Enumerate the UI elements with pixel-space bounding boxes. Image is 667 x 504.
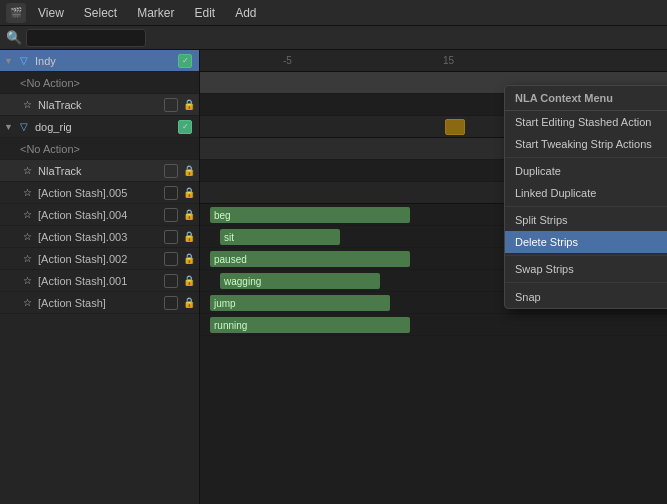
strip-paused[interactable]: paused bbox=[210, 251, 410, 267]
track-indy-nla-checkbox[interactable] bbox=[164, 98, 178, 112]
nla-editor-icon: 🎬 bbox=[6, 3, 26, 23]
context-split-strips-label: Split Strips bbox=[515, 214, 568, 226]
marker-menu[interactable]: Marker bbox=[129, 4, 182, 22]
context-start-tweaking-label: Start Tweaking Strip Actions bbox=[515, 138, 652, 150]
context-start-tweaking[interactable]: Start Tweaking Strip Actions Tab bbox=[505, 133, 667, 155]
track-indy-action[interactable]: <No Action> bbox=[0, 72, 199, 94]
track-dog-nla-label: NlaTrack bbox=[38, 165, 164, 177]
track-dog-action[interactable]: <No Action> bbox=[0, 138, 199, 160]
divider-3 bbox=[505, 255, 667, 256]
strip-sit[interactable]: sit bbox=[220, 229, 340, 245]
armature-icon: ▽ bbox=[17, 54, 31, 68]
stash-001-checkbox[interactable] bbox=[164, 274, 178, 288]
strip-paused-label: paused bbox=[214, 254, 247, 265]
strip-indy[interactable] bbox=[445, 119, 465, 135]
add-menu[interactable]: Add bbox=[227, 4, 264, 22]
strip-beg-label: beg bbox=[214, 210, 231, 221]
stash-002-checkbox[interactable] bbox=[164, 252, 178, 266]
context-duplicate-label: Duplicate bbox=[515, 165, 561, 177]
context-snap-label: Snap bbox=[515, 291, 541, 303]
stash-003-label: [Action Stash].003 bbox=[38, 231, 164, 243]
stash-002[interactable]: ☆ [Action Stash].002 🔒 bbox=[0, 248, 199, 270]
divider-4 bbox=[505, 282, 667, 283]
arrow-indy: ▼ bbox=[4, 56, 14, 66]
stash-004-lock: 🔒 bbox=[183, 209, 195, 220]
track-dog-checkbox[interactable]: ✓ bbox=[178, 120, 192, 134]
star-icon-5: ☆ bbox=[20, 230, 34, 244]
view-menu[interactable]: View bbox=[30, 4, 72, 22]
context-linked-duplicate[interactable]: Linked Duplicate Alt D bbox=[505, 182, 667, 204]
strip-running[interactable]: running bbox=[210, 317, 410, 333]
context-menu: NLA Context Menu Start Editing Stashed A… bbox=[504, 85, 667, 309]
star-icon-7: ☆ bbox=[20, 274, 34, 288]
stash-005-checkbox[interactable] bbox=[164, 186, 178, 200]
star-icon-2: ☆ bbox=[20, 164, 34, 178]
stash-004-checkbox[interactable] bbox=[164, 208, 178, 222]
header-bar: 🎬 View Select Marker Edit Add bbox=[0, 0, 667, 26]
stash-005[interactable]: ☆ [Action Stash].005 🔒 bbox=[0, 182, 199, 204]
stash-001-lock: 🔒 bbox=[183, 275, 195, 286]
stash-001-label: [Action Stash].001 bbox=[38, 275, 164, 287]
arrow-dog: ▼ bbox=[4, 122, 14, 132]
stash-004-label: [Action Stash].004 bbox=[38, 209, 164, 221]
context-section-4: Swap Strips Alt F bbox=[505, 258, 667, 280]
strip-jump[interactable]: jump bbox=[210, 295, 390, 311]
stash-005-label: [Action Stash].005 bbox=[38, 187, 164, 199]
stash-002-label: [Action Stash].002 bbox=[38, 253, 164, 265]
track-indy[interactable]: ▼ ▽ Indy ✓ bbox=[0, 50, 199, 72]
context-snap[interactable]: Snap ▶ bbox=[505, 285, 667, 308]
stash-base-checkbox[interactable] bbox=[164, 296, 178, 310]
stash-base[interactable]: ☆ [Action Stash] 🔒 bbox=[0, 292, 199, 314]
context-delete-strips-label: Delete Strips bbox=[515, 236, 578, 248]
track-dog[interactable]: ▼ ▽ dog_rig ✓ bbox=[0, 116, 199, 138]
context-duplicate[interactable]: Duplicate Shift D bbox=[505, 160, 667, 182]
timeline-row-stash-base: running bbox=[200, 314, 667, 336]
context-swap-strips-label: Swap Strips bbox=[515, 263, 574, 275]
tick-15: 15 bbox=[440, 50, 454, 71]
track-dog-label: dog_rig bbox=[35, 121, 178, 133]
stash-003-checkbox[interactable] bbox=[164, 230, 178, 244]
track-indy-checkbox[interactable]: ✓ bbox=[178, 54, 192, 68]
track-dog-nla-checkbox[interactable] bbox=[164, 164, 178, 178]
search-input[interactable] bbox=[26, 29, 146, 47]
stash-003[interactable]: ☆ [Action Stash].003 🔒 bbox=[0, 226, 199, 248]
context-split-strips[interactable]: Split Strips Y bbox=[505, 209, 667, 231]
track-indy-action-label: <No Action> bbox=[20, 77, 195, 89]
track-indy-label: Indy bbox=[35, 55, 178, 67]
select-menu[interactable]: Select bbox=[76, 4, 125, 22]
context-swap-strips[interactable]: Swap Strips Alt F bbox=[505, 258, 667, 280]
strip-jump-label: jump bbox=[214, 298, 236, 309]
stash-005-lock: 🔒 bbox=[183, 187, 195, 198]
context-start-editing[interactable]: Start Editing Stashed Action Shift Tab bbox=[505, 111, 667, 133]
track-dog-nla-lock: 🔒 bbox=[183, 165, 195, 176]
stash-base-label: [Action Stash] bbox=[38, 297, 164, 309]
context-menu-title: NLA Context Menu bbox=[505, 86, 667, 111]
star-icon-8: ☆ bbox=[20, 296, 34, 310]
strip-wagging[interactable]: wagging bbox=[220, 273, 380, 289]
divider-2 bbox=[505, 206, 667, 207]
context-start-editing-label: Start Editing Stashed Action bbox=[515, 116, 651, 128]
strip-wagging-label: wagging bbox=[224, 276, 261, 287]
track-indy-nla[interactable]: ☆ NlaTrack 🔒 bbox=[0, 94, 199, 116]
context-linked-duplicate-label: Linked Duplicate bbox=[515, 187, 596, 199]
stash-003-lock: 🔒 bbox=[183, 231, 195, 242]
right-panel: -5 15 beg bbox=[200, 50, 667, 504]
context-delete-strips[interactable]: Delete Strips X bbox=[505, 231, 667, 253]
edit-menu[interactable]: Edit bbox=[187, 4, 224, 22]
divider-1 bbox=[505, 157, 667, 158]
timeline-header: -5 15 bbox=[200, 50, 667, 72]
main-layout: ▼ ▽ Indy ✓ <No Action> ☆ NlaTrack 🔒 ▼ ▽ … bbox=[0, 50, 667, 504]
armature-icon-2: ▽ bbox=[17, 120, 31, 134]
track-dog-nla[interactable]: ☆ NlaTrack 🔒 bbox=[0, 160, 199, 182]
stash-001[interactable]: ☆ [Action Stash].001 🔒 bbox=[0, 270, 199, 292]
track-indy-nla-lock: 🔒 bbox=[183, 99, 195, 110]
strip-beg[interactable]: beg bbox=[210, 207, 410, 223]
stash-004[interactable]: ☆ [Action Stash].004 🔒 bbox=[0, 204, 199, 226]
track-indy-nla-label: NlaTrack bbox=[38, 99, 164, 111]
search-bar: 🔍 bbox=[0, 26, 667, 50]
stash-base-lock: 🔒 bbox=[183, 297, 195, 308]
star-icon-1: ☆ bbox=[20, 98, 34, 112]
star-icon-3: ☆ bbox=[20, 186, 34, 200]
strip-running-label: running bbox=[214, 320, 247, 331]
context-section-3: Split Strips Y Delete Strips X bbox=[505, 209, 667, 253]
